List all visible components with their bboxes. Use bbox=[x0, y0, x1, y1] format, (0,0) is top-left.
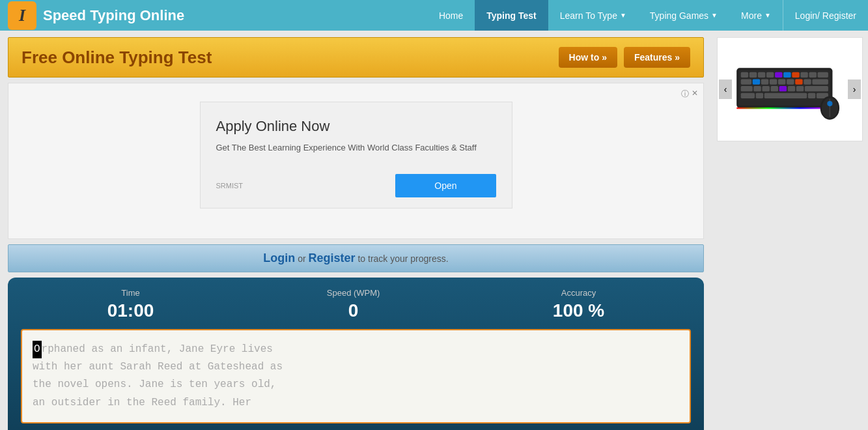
ad-footer: SRMIST Open bbox=[216, 167, 496, 197]
time-value: 01:00 bbox=[107, 300, 154, 321]
nav-items: Home Typing Test Learn To Type ▼ Typing … bbox=[427, 0, 868, 31]
ad-container: ⓘ ✕ Apply Online Now Get The Best Learni… bbox=[8, 83, 704, 239]
svg-rect-14 bbox=[761, 79, 768, 84]
svg-rect-8 bbox=[792, 72, 799, 78]
ad-title: Apply Online Now bbox=[216, 118, 496, 135]
ad-source: SRMIST bbox=[216, 182, 244, 190]
nav-typing-games[interactable]: Typing Games ▼ bbox=[638, 0, 729, 31]
typing-cursor: O bbox=[33, 341, 42, 358]
svg-rect-32 bbox=[808, 93, 815, 98]
svg-rect-15 bbox=[770, 79, 777, 84]
more-dropdown-caret: ▼ bbox=[764, 12, 771, 19]
svg-rect-7 bbox=[783, 72, 791, 78]
svg-rect-12 bbox=[741, 79, 751, 84]
time-label: Time bbox=[107, 288, 154, 298]
svg-rect-11 bbox=[818, 72, 828, 78]
svg-rect-23 bbox=[762, 86, 769, 91]
nav-more[interactable]: More ▼ bbox=[729, 0, 783, 31]
svg-point-38 bbox=[827, 101, 832, 106]
learn-dropdown-caret: ▼ bbox=[620, 12, 626, 19]
ad-open-button[interactable]: Open bbox=[395, 174, 496, 197]
typing-box[interactable]: Orphaned as an infant, Jane Eyre lives w… bbox=[21, 329, 691, 423]
typing-stats: Time 01:00 Speed (WPM) 0 Accuracy 100 % bbox=[21, 288, 691, 321]
right-panel: ‹ bbox=[712, 31, 868, 430]
svg-rect-28 bbox=[805, 86, 828, 91]
svg-rect-9 bbox=[800, 72, 807, 78]
games-dropdown-caret: ▼ bbox=[711, 12, 718, 19]
accuracy-value: 100 % bbox=[553, 300, 604, 321]
typing-section: Time 01:00 Speed (WPM) 0 Accuracy 100 % … bbox=[8, 278, 704, 430]
register-link[interactable]: Register bbox=[309, 251, 356, 265]
time-stat: Time 01:00 bbox=[107, 288, 154, 321]
accuracy-label: Accuracy bbox=[553, 288, 604, 298]
svg-rect-34 bbox=[736, 108, 832, 109]
features-button[interactable]: Features » bbox=[624, 47, 690, 68]
banner-title: Free Online Typing Test bbox=[21, 48, 212, 68]
carousel-next-button[interactable]: › bbox=[848, 79, 861, 99]
ad-info-icon[interactable]: ⓘ bbox=[681, 89, 689, 100]
speed-label: Speed (WPM) bbox=[327, 288, 380, 298]
keyboard-image bbox=[731, 57, 848, 122]
svg-rect-10 bbox=[809, 72, 816, 78]
nav-home[interactable]: Home bbox=[427, 0, 475, 31]
logo-text: Speed Typing Online bbox=[43, 7, 184, 24]
svg-rect-21 bbox=[741, 86, 753, 91]
how-to-button[interactable]: How to » bbox=[559, 47, 617, 68]
svg-rect-30 bbox=[756, 93, 763, 98]
svg-rect-2 bbox=[741, 72, 748, 78]
ad-controls: ⓘ ✕ bbox=[681, 89, 698, 100]
speed-value: 0 bbox=[327, 300, 380, 321]
svg-rect-24 bbox=[771, 86, 778, 91]
svg-rect-20 bbox=[812, 79, 828, 84]
svg-rect-5 bbox=[766, 72, 774, 78]
svg-rect-31 bbox=[764, 93, 807, 98]
or-text: or bbox=[295, 253, 308, 264]
speed-stat: Speed (WPM) 0 bbox=[327, 288, 380, 321]
svg-rect-13 bbox=[753, 79, 760, 84]
logo-icon: I bbox=[8, 1, 36, 30]
svg-rect-6 bbox=[775, 72, 782, 78]
carousel-prev-button[interactable]: ‹ bbox=[719, 79, 732, 99]
left-panel: Free Online Typing Test How to » Feature… bbox=[0, 31, 712, 430]
nav-learn-to-type[interactable]: Learn To Type ▼ bbox=[548, 0, 638, 31]
svg-rect-17 bbox=[787, 79, 794, 84]
svg-rect-22 bbox=[753, 86, 761, 91]
svg-rect-26 bbox=[788, 86, 795, 91]
svg-rect-3 bbox=[749, 72, 757, 78]
ad-inner: Apply Online Now Get The Best Learning E… bbox=[200, 102, 512, 208]
ad-description: Get The Best Learning Experience With Wo… bbox=[216, 141, 496, 154]
nav-logo[interactable]: I Speed Typing Online bbox=[0, 0, 192, 31]
nav-typing-test[interactable]: Typing Test bbox=[475, 0, 548, 31]
nav-login-register[interactable]: Login/ Register bbox=[783, 0, 868, 31]
svg-rect-29 bbox=[741, 93, 755, 98]
login-prompt: Login or Register to track your progress… bbox=[8, 244, 704, 272]
banner: Free Online Typing Test How to » Feature… bbox=[8, 37, 704, 78]
svg-rect-25 bbox=[779, 86, 787, 91]
main-content: Free Online Typing Test How to » Feature… bbox=[0, 31, 868, 430]
svg-rect-4 bbox=[758, 72, 765, 78]
ad-close-icon[interactable]: ✕ bbox=[692, 89, 698, 100]
login-link[interactable]: Login bbox=[263, 251, 295, 265]
typing-text: rphaned as an infant, Jane Eyre lives wi… bbox=[33, 343, 283, 408]
svg-rect-27 bbox=[796, 86, 804, 91]
navbar: I Speed Typing Online Home Typing Test L… bbox=[0, 0, 868, 31]
banner-buttons: How to » Features » bbox=[559, 47, 690, 68]
svg-rect-16 bbox=[778, 79, 785, 84]
track-text: to track your progress. bbox=[356, 253, 449, 264]
svg-rect-19 bbox=[804, 79, 811, 84]
accuracy-stat: Accuracy 100 % bbox=[553, 288, 604, 321]
svg-rect-18 bbox=[795, 79, 802, 84]
right-ad-box: ‹ bbox=[717, 37, 863, 141]
